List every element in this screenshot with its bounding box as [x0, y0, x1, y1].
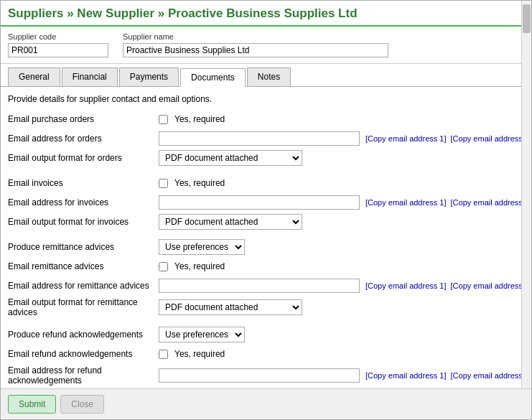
footer-bar: Submit Close — [1, 388, 531, 419]
control-format-invoices: PDF document attached PDF document inlin… — [159, 214, 524, 230]
checkbox-email-refund[interactable] — [159, 350, 168, 359]
yes-required-purchase: Yes, required — [174, 114, 225, 124]
copy-links-refund: [Copy email address 1] [Copy email addre… — [363, 371, 531, 380]
control-email-invoices: Yes, required — [159, 178, 524, 188]
label-email-purchase-orders: Email purchase orders — [8, 114, 159, 124]
control-produce-remittance: Use preferences Yes No — [159, 239, 524, 255]
label-email-refund: Email refund acknowledgements — [8, 349, 159, 359]
supplier-name-input[interactable] — [123, 43, 388, 57]
row-address-invoices: Email address for invoices [Copy email a… — [8, 195, 524, 210]
supplier-fields: Supplier code Supplier name — [1, 27, 531, 64]
supplier-name-group: Supplier name — [123, 32, 388, 57]
select-produce-remittance[interactable]: Use preferences Yes No — [159, 239, 245, 255]
copy-links-remittance: [Copy email address 1] [Copy email addre… — [363, 281, 531, 290]
control-format-orders: PDF document attached PDF document inlin… — [159, 150, 524, 166]
copy-links-invoices: [Copy email address 1] [Copy email addre… — [363, 198, 531, 207]
row-email-purchase-orders: Email purchase orders Yes, required — [8, 111, 524, 127]
supplier-code-group: Supplier code — [8, 32, 108, 57]
copy-email2-remittance[interactable]: [Copy email address 2] — [451, 281, 531, 290]
copy-email1-invoices[interactable]: [Copy email address 1] — [365, 198, 447, 207]
row-email-invoices: Email invoices Yes, required — [8, 175, 524, 191]
checkbox-email-remittance[interactable] — [159, 262, 168, 271]
copy-email1-refund[interactable]: [Copy email address 1] — [365, 371, 447, 380]
row-format-remittance: Email output format for remittance advic… — [8, 297, 524, 317]
label-format-orders: Email output format for orders — [8, 153, 159, 163]
input-address-invoices[interactable] — [159, 195, 360, 210]
row-email-refund: Email refund acknowledgements Yes, requi… — [8, 346, 524, 362]
supplier-code-label: Supplier code — [8, 32, 108, 41]
breadcrumb: Suppliers » New Supplier » Proactive Bus… — [8, 6, 524, 21]
input-address-orders[interactable] — [159, 131, 360, 146]
select-format-remittance[interactable]: PDF document attached PDF document inlin… — [159, 299, 302, 315]
checkbox-email-invoices[interactable] — [159, 179, 168, 188]
control-address-remittance: [Copy email address 1] [Copy email addre… — [159, 279, 531, 293]
label-format-invoices: Email output format for invoices — [8, 217, 159, 227]
label-address-invoices: Email address for invoices — [8, 197, 159, 207]
yes-required-remittance: Yes, required — [174, 261, 225, 271]
select-produce-refund[interactable]: Use preferences Yes No — [159, 327, 245, 342]
tabs-bar: General Financial Payments Documents Not… — [1, 64, 531, 87]
copy-email1-orders[interactable]: [Copy email address 1] — [365, 134, 447, 143]
control-produce-refund: Use preferences Yes No — [159, 327, 524, 342]
copy-email2-orders[interactable]: [Copy email address 2] — [451, 134, 531, 143]
supplier-name-label: Supplier name — [123, 32, 388, 41]
row-address-refund: Email address for refund acknowledgement… — [8, 365, 524, 386]
tab-notes[interactable]: Notes — [247, 67, 291, 86]
row-produce-refund: Produce refund acknowledgements Use pref… — [8, 327, 524, 342]
label-email-invoices: Email invoices — [8, 178, 159, 188]
label-produce-refund: Produce refund acknowledgements — [8, 330, 159, 340]
control-address-invoices: [Copy email address 1] [Copy email addre… — [159, 195, 531, 210]
row-format-orders: Email output format for orders PDF docum… — [8, 150, 524, 166]
label-produce-remittance: Produce remittance advices — [8, 242, 159, 252]
input-address-refund[interactable] — [159, 368, 360, 383]
close-button[interactable]: Close — [60, 395, 104, 414]
control-format-remittance: PDF document attached PDF document inlin… — [159, 299, 524, 315]
breadcrumb-bar: Suppliers » New Supplier » Proactive Bus… — [1, 1, 531, 27]
copy-email1-remittance[interactable]: [Copy email address 1] — [365, 281, 447, 290]
tab-payments[interactable]: Payments — [119, 67, 179, 86]
control-address-orders: [Copy email address 1] [Copy email addre… — [159, 131, 531, 146]
label-address-refund: Email address for refund acknowledgement… — [8, 365, 159, 386]
tab-financial[interactable]: Financial — [62, 67, 118, 86]
control-address-refund: [Copy email address 1] [Copy email addre… — [159, 368, 531, 383]
control-email-remittance: Yes, required — [159, 261, 524, 271]
label-format-remittance: Email output format for remittance advic… — [8, 297, 159, 317]
content-area: Provide details for supplier contact and… — [1, 87, 531, 388]
scrollbar-thumb[interactable] — [523, 4, 531, 33]
row-address-remittance: Email address for remittance advices [Co… — [8, 278, 524, 294]
tab-general[interactable]: General — [8, 67, 60, 86]
page-wrapper: Suppliers » New Supplier » Proactive Bus… — [0, 0, 532, 420]
tab-documents[interactable]: Documents — [180, 68, 246, 87]
copy-email2-refund[interactable]: [Copy email address 2] — [451, 371, 531, 380]
control-email-refund: Yes, required — [159, 349, 524, 359]
label-address-orders: Email address for orders — [8, 134, 159, 144]
row-produce-remittance: Produce remittance advices Use preferenc… — [8, 239, 524, 255]
supplier-code-input[interactable] — [8, 43, 108, 57]
label-address-remittance: Email address for remittance advices — [8, 281, 159, 291]
checkbox-email-purchase-orders[interactable] — [159, 115, 168, 124]
yes-required-refund: Yes, required — [174, 349, 225, 359]
select-format-invoices[interactable]: PDF document attached PDF document inlin… — [159, 214, 302, 230]
row-address-orders: Email address for orders [Copy email add… — [8, 131, 524, 146]
row-format-invoices: Email output format for invoices PDF doc… — [8, 214, 524, 230]
yes-required-invoices: Yes, required — [174, 178, 225, 188]
label-email-remittance: Email remittance advices — [8, 261, 159, 271]
submit-button[interactable]: Submit — [8, 395, 56, 414]
select-format-orders[interactable]: PDF document attached PDF document inlin… — [159, 150, 302, 166]
copy-email2-invoices[interactable]: [Copy email address 2] — [451, 198, 531, 207]
section-description: Provide details for supplier contact and… — [8, 94, 524, 104]
input-address-remittance[interactable] — [159, 279, 360, 293]
control-email-purchase-orders: Yes, required — [159, 114, 524, 124]
scrollbar[interactable] — [521, 1, 531, 419]
row-email-remittance: Email remittance advices Yes, required — [8, 258, 524, 274]
copy-links-orders: [Copy email address 1] [Copy email addre… — [363, 134, 531, 143]
